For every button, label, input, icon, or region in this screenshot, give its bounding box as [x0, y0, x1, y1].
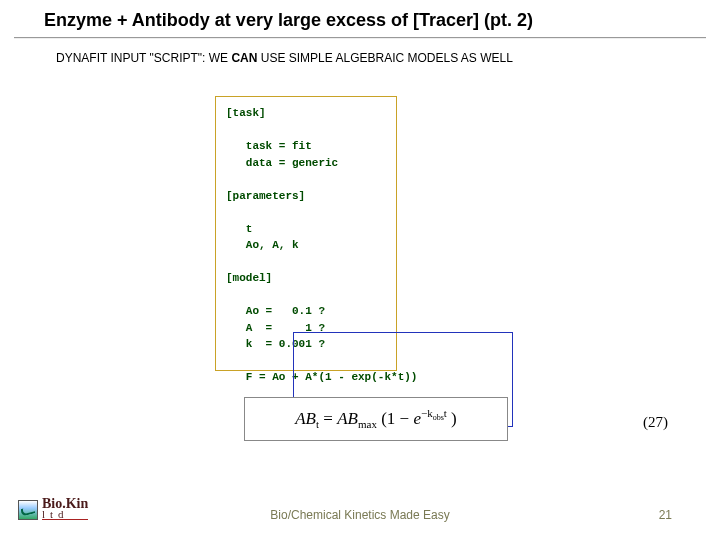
footer-text: Bio/Chemical Kinetics Made Easy [0, 508, 720, 522]
eq-exp: −kobst [421, 407, 447, 419]
subtitle-post: USE SIMPLE ALGEBRAIC MODELS AS WELL [257, 51, 512, 65]
logo-line2: ltd [42, 510, 88, 520]
page-number: 21 [659, 508, 672, 522]
eq-rhs-a-sub: max [358, 419, 377, 431]
subtitle-pre: DYNAFIT INPUT "SCRIPT": WE [56, 51, 231, 65]
eq-open: (1 − [381, 409, 413, 428]
logo-mark-icon [18, 500, 38, 520]
equation-formula: ABt = ABmax (1 − e−kobst ) [244, 397, 508, 441]
subtitle-bold: CAN [231, 51, 257, 65]
biokin-logo: Bio.Kin ltd [18, 498, 88, 520]
equation-number: (27) [643, 414, 668, 431]
eq-eq: = [323, 409, 337, 428]
eq-e: e [413, 409, 421, 428]
eq-lhs-base: AB [295, 409, 316, 428]
subtitle: DYNAFIT INPUT "SCRIPT": WE CAN USE SIMPL… [0, 39, 720, 65]
script-codebox: [task] task = fit data = generic [parame… [215, 96, 397, 371]
eq-lhs-sub: t [316, 419, 319, 431]
eq-close: ) [451, 409, 457, 428]
slide-title: Enzyme + Antibody at very large excess o… [0, 10, 720, 37]
logo-text: Bio.Kin ltd [42, 498, 88, 520]
eq-rhs-a-base: AB [337, 409, 358, 428]
